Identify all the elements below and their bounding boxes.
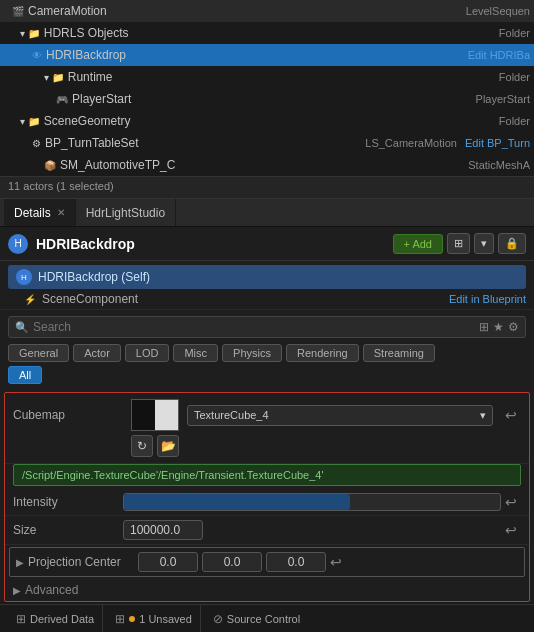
filter-misc[interactable]: Misc (173, 344, 218, 362)
filter-tabs-2: All (0, 364, 534, 386)
cubemap-select[interactable]: TextureCube_4 ▾ (187, 405, 493, 426)
self-component-row[interactable]: H HDRIBackdrop (Self) (8, 265, 526, 289)
properties-section: Cubemap TextureCube_4 ▾ ↩ ↻ 📂 /Script/En… (4, 392, 530, 602)
component-icon: H (8, 234, 28, 254)
tab-details-label: Details (14, 206, 51, 220)
row-type: StaticMeshA (468, 159, 530, 171)
intensity-row: Intensity ↩ (5, 488, 529, 516)
derived-data-item[interactable]: ⊞ Derived Data (8, 605, 103, 632)
star-icon[interactable]: ★ (493, 320, 504, 334)
row-type: LS_CameraMotion (365, 137, 457, 149)
filter-rendering[interactable]: Rendering (286, 344, 359, 362)
coord-group (138, 552, 326, 572)
scene-row[interactable]: ▾ 📁 HDRLS Objects Folder (0, 22, 534, 44)
edit-link[interactable]: Edit BP_Turn (465, 137, 530, 149)
scene-comp-label: SceneComponent (42, 292, 449, 306)
browse-button[interactable]: 📂 (157, 435, 179, 457)
source-control-label: Source Control (227, 613, 300, 625)
intensity-value (123, 493, 501, 511)
edit-blueprint-link[interactable]: Edit in Blueprint (449, 293, 526, 305)
settings-icon[interactable]: ⚙ (508, 320, 519, 334)
unsaved-label: 1 Unsaved (139, 613, 192, 625)
row-type: PlayerStart (476, 93, 530, 105)
eye-icon: 👁 (32, 50, 42, 61)
row-label: SceneGeometry (44, 114, 499, 128)
details-panel: Details ✕ HdrLightStudio H HDRIBackdrop … (0, 199, 534, 602)
row-type: Folder (499, 27, 530, 39)
filter-all[interactable]: All (8, 366, 42, 384)
mesh-icon: 📦 (44, 160, 56, 171)
scene-row[interactable]: 🎮 PlayerStart PlayerStart (0, 88, 534, 110)
filter-physics[interactable]: Physics (222, 344, 282, 362)
cubemap-row: Cubemap TextureCube_4 ▾ ↩ ↻ 📂 (5, 393, 529, 464)
reset-proj-icon[interactable]: ↩ (326, 554, 346, 570)
details-tabs: Details ✕ HdrLightStudio (0, 199, 534, 227)
scene-row[interactable]: 🎬 CameraMotion LevelSequen (0, 0, 534, 22)
expand-icon: ▶ (16, 557, 24, 568)
reset-size-icon[interactable]: ↩ (501, 522, 521, 538)
cubemap-label: Cubemap (13, 408, 123, 422)
search-bar: 🔍 ⊞ ★ ⚙ (8, 316, 526, 338)
folder-icon: ▾ 📁 (20, 28, 40, 39)
cubemap-inner: Cubemap TextureCube_4 ▾ ↩ (13, 399, 521, 431)
camera-icon: 🎬 (12, 6, 24, 17)
dropdown-button[interactable]: ▾ (474, 233, 494, 254)
row-label: Runtime (68, 70, 499, 84)
reset-cubemap-icon[interactable]: ↩ (501, 407, 521, 423)
edit-link[interactable]: Edit HDRIBa (468, 49, 530, 61)
actor-count-bar: 11 actors (1 selected) (0, 177, 534, 199)
proj-x-input[interactable] (138, 552, 198, 572)
unsaved-item[interactable]: ⊞ 1 Unsaved (107, 605, 201, 632)
cubemap-thumbnail (131, 399, 179, 431)
filter-actor[interactable]: Actor (73, 344, 121, 362)
tab-details[interactable]: Details ✕ (4, 199, 76, 226)
path-tooltip: /Script/Engine.TextureCube'/Engine/Trans… (13, 464, 521, 486)
size-row: Size ↩ (5, 516, 529, 545)
scene-row[interactable]: ▾ 📁 SceneGeometry Folder (0, 110, 534, 132)
tab-hdr-label: HdrLightStudio (86, 206, 165, 220)
row-label: HDRLS Objects (44, 26, 499, 40)
scene-component-row[interactable]: ⚡ SceneComponent Edit in Blueprint (0, 289, 534, 310)
folder-icon: ▾ 📁 (20, 116, 40, 127)
layout-button[interactable]: ⊞ (447, 233, 470, 254)
source-control-icon: ⊘ (213, 612, 223, 626)
expand-advanced-icon: ▶ (13, 585, 21, 596)
proj-y-input[interactable] (202, 552, 262, 572)
refresh-button[interactable]: ↻ (131, 435, 153, 457)
folder-icon: ▾ 📁 (44, 72, 64, 83)
self-icon: H (16, 269, 32, 285)
filter-general[interactable]: General (8, 344, 69, 362)
filter-lod[interactable]: LOD (125, 344, 170, 362)
hdri-backdrop-row[interactable]: 👁 HDRIBackdrop Edit HDRIBa (0, 44, 534, 66)
cubemap-buttons: ↻ 📂 (131, 435, 179, 457)
scene-comp-icon: ⚡ (24, 294, 36, 305)
self-label: HDRIBackdrop (Self) (38, 270, 518, 284)
scene-outliner: 🎬 CameraMotion LevelSequen ▾ 📁 HDRLS Obj… (0, 0, 534, 177)
row-type: LevelSequen (466, 5, 530, 17)
source-control-item[interactable]: ⊘ Source Control (205, 605, 308, 632)
row-label: PlayerStart (72, 92, 476, 106)
close-icon[interactable]: ✕ (57, 207, 65, 218)
size-input[interactable] (123, 520, 203, 540)
reset-intensity-icon[interactable]: ↩ (501, 494, 521, 510)
add-button[interactable]: + Add (393, 234, 443, 254)
row-label: BP_TurnTableSet (45, 136, 357, 150)
scene-row[interactable]: ▾ 📁 Runtime Folder (0, 66, 534, 88)
cubemap-texture-name: TextureCube_4 (194, 409, 269, 421)
filter-streaming[interactable]: Streaming (363, 344, 435, 362)
table-icon[interactable]: ⊞ (479, 320, 489, 334)
header-actions: + Add ⊞ ▾ 🔒 (393, 233, 526, 254)
lock-button[interactable]: 🔒 (498, 233, 526, 254)
size-value (123, 520, 501, 540)
advanced-label: Advanced (25, 583, 78, 597)
row-label: SM_AutomotiveTP_C (60, 158, 468, 172)
tab-hdr[interactable]: HdrLightStudio (76, 199, 176, 226)
proj-z-input[interactable] (266, 552, 326, 572)
player-icon: 🎮 (56, 94, 68, 105)
scene-row[interactable]: 📦 SM_AutomotiveTP_C StaticMeshA (0, 154, 534, 176)
scene-row[interactable]: ⚙ BP_TurnTableSet LS_CameraMotion Edit B… (0, 132, 534, 154)
projection-center-row: ▶ Projection Center ↩ (9, 547, 525, 577)
search-input[interactable] (33, 320, 479, 334)
row-label: CameraMotion (28, 4, 466, 18)
advanced-row[interactable]: ▶ Advanced (5, 579, 529, 601)
